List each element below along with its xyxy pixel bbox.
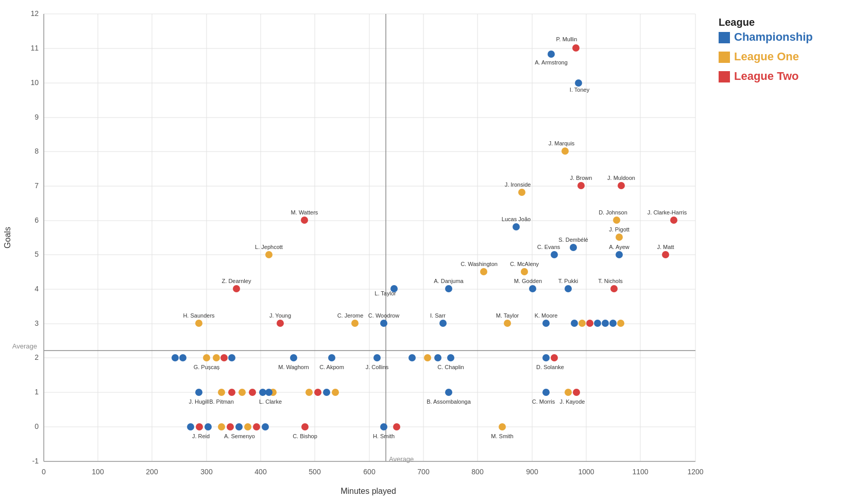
label-a-armstrong: A. Armstrong — [535, 59, 568, 65]
dot-y0-5 — [253, 423, 260, 430]
label-c-mcaleny: C. McAleny — [510, 261, 539, 267]
dot-j-kayode — [565, 389, 572, 396]
svg-text:12: 12 — [30, 9, 39, 18]
dot-i-sarr — [439, 320, 447, 327]
label-d-solanke: D. Solanke — [536, 364, 564, 370]
dot-l-clarke — [265, 389, 273, 396]
dot-extra2 — [578, 320, 586, 327]
dot-b-assombalonga — [445, 389, 452, 396]
y-axis-label: Goals — [3, 227, 12, 248]
label-m-taylor: M. Taylor — [496, 312, 519, 319]
label-c-chaplin: C. Chaplin — [437, 364, 464, 370]
label-c-evans: C. Evans — [537, 244, 560, 250]
dot-i-toney — [575, 79, 582, 87]
legend-leagueone-square — [719, 52, 730, 63]
dot-extra5 — [602, 320, 609, 327]
svg-text:11: 11 — [30, 44, 39, 52]
dot-c-woodrow — [380, 320, 387, 327]
dot-d-johnson — [613, 217, 620, 224]
svg-text:1100: 1100 — [632, 468, 648, 476]
dot-m-watters — [301, 217, 308, 224]
dot-y1-4 — [259, 389, 266, 396]
dot-j-marquis — [561, 147, 569, 155]
label-j-muldoon: J. Muldoon — [607, 175, 635, 181]
dot-y1-8 — [323, 389, 330, 396]
dot-y1-2 — [239, 389, 246, 396]
label-l-clarke: L. Clarke — [259, 399, 282, 405]
dot-a-ayew — [616, 251, 623, 258]
svg-text:1200: 1200 — [687, 468, 703, 476]
label-t-pukki: T. Pukki — [558, 278, 578, 284]
dot-y1-6 — [305, 389, 313, 396]
x-axis-labels: 0 100 200 300 400 500 600 700 800 900 10… — [42, 468, 704, 476]
dot-j-reid-3 — [205, 423, 212, 430]
dot-m-waghorn — [290, 354, 297, 361]
label-g-puscas: G. Pușcaș — [194, 364, 220, 370]
label-m-waghorn: M. Waghorn — [278, 364, 309, 370]
dot-j-kayode-red — [573, 389, 580, 396]
dot-d-solanke — [542, 354, 550, 361]
svg-text:0: 0 — [35, 422, 39, 430]
x-axis-label: Minutes played — [341, 487, 396, 495]
label-j-brown: J. Brown — [570, 175, 592, 181]
label-i-toney: I. Toney — [570, 87, 590, 93]
dot-y2-7 — [424, 354, 431, 361]
legend-title: League — [719, 16, 755, 28]
dot-m-taylor — [504, 320, 511, 327]
svg-text:7: 7 — [35, 181, 39, 190]
label-c-morris: C. Morris — [532, 399, 555, 405]
dot-y2-5 — [228, 354, 235, 361]
dot-y0-6 — [262, 423, 269, 430]
svg-text:2: 2 — [35, 353, 39, 361]
label-d-johnson: D. Johnson — [599, 209, 627, 215]
label-b-pitman: B. Pitman — [209, 399, 234, 405]
dot-b-pitman — [218, 389, 225, 396]
label-c-akpom: C. Akpom — [319, 364, 344, 370]
svg-text:800: 800 — [471, 468, 484, 476]
dot-h-smith — [380, 423, 387, 430]
svg-text:4: 4 — [35, 285, 39, 293]
label-j-young: J. Young — [269, 312, 291, 319]
legend-championship-square — [719, 32, 730, 43]
dot-y0-3 — [235, 423, 243, 430]
dot-j-brown — [577, 182, 585, 189]
label-a-danjuma: A. Danjuma — [434, 278, 464, 284]
label-j-reid: J. Reid — [192, 433, 210, 439]
svg-text:5: 5 — [35, 250, 39, 258]
label-j-hugill: J. Hugill — [189, 399, 209, 405]
svg-text:10: 10 — [30, 78, 39, 87]
dot-c-washington — [480, 268, 487, 275]
dot-extra4 — [594, 320, 601, 327]
dot-m-smith — [499, 423, 506, 430]
dot-d-solanke-red — [551, 354, 558, 361]
label-s-dembele: S. Dembélé — [558, 237, 588, 243]
label-j-kayode: J. Kayode — [560, 399, 585, 405]
dot-p-mullin — [572, 44, 580, 52]
label-p-mullin: P. Mullin — [556, 36, 577, 42]
svg-text:400: 400 — [254, 468, 267, 476]
label-z-dearnley: Z. Dearnley — [222, 278, 251, 284]
dot-h-saunders — [195, 320, 202, 327]
svg-text:100: 100 — [92, 468, 104, 476]
chart-container: Average Average -1 0 1 2 3 4 5 6 7 8 9 1… — [0, 0, 868, 498]
dot-extra7 — [617, 320, 624, 327]
dot-j-matt — [662, 251, 669, 258]
dot-lucas-joao — [513, 223, 520, 230]
label-m-godden: M. Godden — [514, 278, 542, 284]
label-l-taylor: L. Taylor — [375, 290, 396, 296]
label-j-collins: J. Collins — [366, 364, 389, 370]
label-j-matt: J. Matt — [657, 244, 674, 250]
label-b-assombalonga: B. Assombalonga — [427, 399, 471, 405]
dot-y2-6 — [409, 354, 416, 361]
label-c-woodrow: C. Woodrow — [368, 312, 399, 319]
label-j-pigott: J. Pigott — [609, 226, 629, 233]
dot-extra6 — [609, 320, 617, 327]
dot-c-chaplin — [447, 354, 454, 361]
dot-y0-1 — [218, 423, 225, 430]
svg-text:600: 600 — [363, 468, 376, 476]
svg-text:3: 3 — [35, 319, 39, 327]
y-axis-labels: -1 0 1 2 3 4 5 6 7 8 9 10 11 12 — [30, 9, 39, 465]
label-j-marquis: J. Marquis — [549, 140, 575, 146]
dot-y0-4 — [244, 423, 251, 430]
label-a-semenyo: A. Semenyo — [224, 433, 255, 439]
